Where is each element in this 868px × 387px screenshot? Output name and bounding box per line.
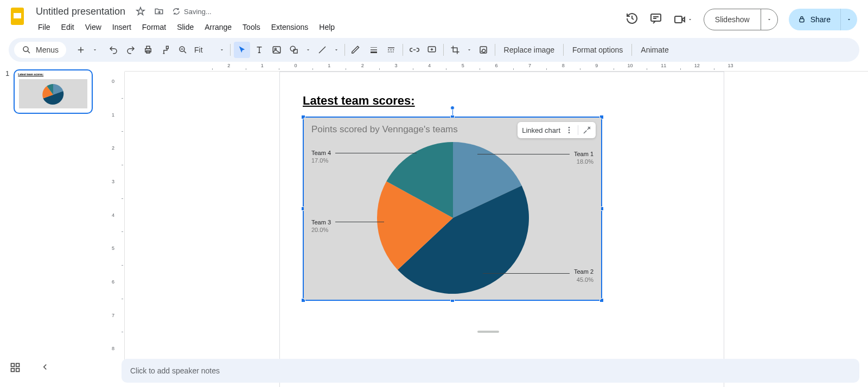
slide-heading[interactable]: Latest team scores: — [303, 94, 415, 108]
svg-rect-1 — [14, 13, 21, 18]
chart-title: Points scored by Venngage's teams — [311, 124, 458, 135]
svg-rect-4 — [800, 19, 804, 22]
menu-help[interactable]: Help — [315, 21, 339, 34]
menu-edit[interactable]: Edit — [57, 21, 79, 34]
slide-number: 1 — [5, 69, 9, 114]
menu-format[interactable]: Format — [138, 21, 170, 34]
shape-tool[interactable] — [286, 42, 302, 58]
menu-view[interactable]: View — [81, 21, 106, 34]
toolbar: Menus Fit Replace image Format options A… — [9, 38, 859, 62]
share-dropdown[interactable] — [840, 9, 857, 30]
slide-thumbnail-1[interactable]: Latest team scores: — [14, 69, 93, 114]
shape-dropdown[interactable] — [303, 47, 313, 53]
chart-label-team4: Team 417.0% — [311, 149, 331, 165]
slideshow-button[interactable]: Slideshow — [704, 9, 778, 30]
slides-logo[interactable] — [9, 7, 28, 26]
menubar: File Edit View Insert Format Slide Arran… — [34, 21, 626, 34]
notes-drag-handle[interactable] — [477, 331, 499, 333]
menu-insert[interactable]: Insert — [108, 21, 136, 34]
meet-icon[interactable] — [673, 13, 693, 26]
svg-point-17 — [569, 130, 570, 131]
svg-rect-2 — [651, 14, 661, 21]
svg-point-16 — [569, 127, 570, 128]
menu-arrange[interactable]: Arrange — [200, 21, 236, 34]
print-button[interactable] — [140, 42, 156, 58]
slide-canvas[interactable]: Latest team scores: Points scored by Ven… — [279, 72, 724, 387]
redo-button[interactable] — [123, 42, 139, 58]
border-dash-button[interactable] — [383, 42, 399, 58]
svg-point-12 — [290, 46, 295, 51]
svg-point-5 — [23, 47, 28, 51]
new-slide-dropdown[interactable] — [90, 47, 100, 53]
search-menus[interactable]: Menus — [14, 42, 66, 58]
border-color-button[interactable] — [348, 42, 365, 58]
new-slide-button[interactable] — [73, 42, 89, 58]
saving-status: Saving... — [172, 7, 212, 16]
comment-button[interactable] — [424, 42, 440, 58]
border-weight-button[interactable] — [366, 42, 382, 58]
svg-rect-21 — [11, 369, 15, 372]
textbox-tool[interactable] — [251, 42, 267, 58]
line-tool[interactable] — [314, 42, 330, 58]
move-icon[interactable] — [154, 6, 164, 17]
select-tool[interactable] — [234, 42, 250, 58]
zoom-select[interactable]: Fit — [192, 46, 227, 54]
doc-title[interactable]: Untitled presentation — [34, 5, 127, 18]
ruler-horizontal: 21012345678910111213 — [125, 62, 868, 72]
menu-slide[interactable]: Slide — [173, 21, 198, 34]
unlink-icon[interactable] — [583, 126, 591, 134]
format-options-button[interactable]: Format options — [567, 46, 628, 54]
svg-rect-19 — [11, 364, 15, 367]
linked-chart-badge[interactable]: Linked chart — [518, 122, 596, 138]
explore-icon[interactable] — [10, 362, 21, 375]
menu-extensions[interactable]: Extensions — [267, 21, 312, 34]
crop-dropdown[interactable] — [464, 47, 474, 53]
slideshow-dropdown[interactable] — [761, 9, 777, 30]
more-icon[interactable] — [565, 126, 573, 134]
chart-label-team2: Team 245.0% — [574, 268, 593, 283]
reset-image-button[interactable] — [475, 42, 492, 58]
prev-slide-icon[interactable] — [40, 362, 50, 375]
svg-rect-3 — [675, 16, 682, 23]
line-dropdown[interactable] — [331, 47, 341, 53]
svg-point-18 — [569, 132, 570, 133]
history-icon[interactable] — [626, 12, 639, 27]
undo-button[interactable] — [105, 42, 122, 58]
chart-label-team3: Team 320.0% — [311, 218, 331, 234]
ruler-vertical: 012345678 — [108, 72, 125, 363]
svg-rect-22 — [16, 369, 20, 372]
star-icon[interactable] — [135, 6, 146, 17]
share-button[interactable]: Share — [789, 9, 857, 30]
menu-tools[interactable]: Tools — [238, 21, 265, 34]
svg-rect-7 — [146, 46, 150, 49]
chart-label-team1: Team 118.0% — [574, 150, 593, 166]
menu-file[interactable]: File — [34, 21, 55, 34]
animate-button[interactable]: Animate — [635, 46, 674, 54]
svg-rect-20 — [16, 364, 20, 367]
linked-chart[interactable]: Points scored by Venngage's teams Linked… — [304, 118, 601, 300]
zoom-icon[interactable] — [175, 42, 191, 58]
comments-icon[interactable] — [649, 12, 662, 27]
crop-button[interactable] — [447, 42, 463, 58]
svg-rect-13 — [293, 49, 297, 53]
image-tool[interactable] — [269, 42, 285, 58]
speaker-notes[interactable]: Click to add speaker notes — [122, 359, 859, 383]
link-button[interactable] — [406, 42, 423, 58]
replace-image-button[interactable]: Replace image — [499, 46, 560, 54]
rotate-handle[interactable] — [450, 106, 455, 110]
paint-format-button[interactable] — [157, 42, 174, 58]
chart-selection[interactable]: Points scored by Venngage's teams Linked… — [303, 117, 602, 301]
